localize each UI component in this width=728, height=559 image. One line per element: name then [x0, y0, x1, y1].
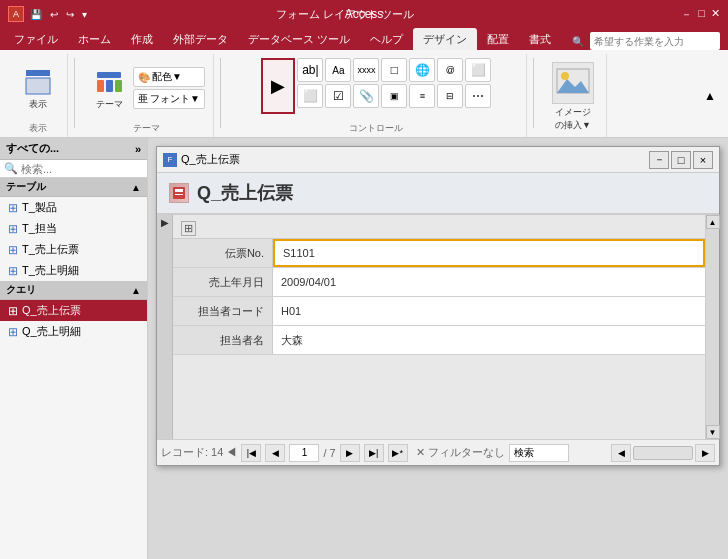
svg-rect-4: [97, 80, 104, 92]
fonts-icon: 亜: [138, 92, 148, 106]
tab-file[interactable]: ファイル: [4, 28, 68, 50]
tab-design[interactable]: デザイン: [413, 28, 477, 50]
tab-create[interactable]: 作成: [121, 28, 163, 50]
svg-rect-5: [106, 80, 113, 92]
field-value-staff-name[interactable]: 大森: [273, 326, 705, 354]
svg-rect-1: [26, 78, 50, 94]
form-window: F Q_売上伝票 － □ × Q_売上伝票: [156, 146, 720, 466]
view-btn[interactable]: 表示: [18, 64, 58, 113]
app-icon: A: [8, 6, 24, 22]
list-ctrl[interactable]: ≡: [409, 84, 435, 108]
field-value-staff-code[interactable]: H01: [273, 297, 705, 325]
theme-btn[interactable]: テーマ: [89, 64, 129, 113]
nav-item-t-sales[interactable]: ⊞ T_売上伝票: [0, 239, 147, 260]
combo-ctrl[interactable]: ⊟: [437, 84, 463, 108]
image-btn[interactable]: イメージの挿入▼: [548, 58, 598, 136]
search-status-box: 検索: [509, 444, 569, 462]
quicksave-btn[interactable]: 💾: [28, 7, 44, 22]
svg-point-9: [561, 72, 569, 80]
fonts-btn[interactable]: 亜 フォント▼: [133, 89, 205, 109]
nav-ctrl[interactable]: @: [437, 58, 463, 82]
field-value-date[interactable]: 2009/04/01: [273, 268, 705, 296]
nav-search-input[interactable]: [21, 163, 143, 175]
h-scroll-right-btn[interactable]: ▶: [695, 444, 715, 462]
redo-btn[interactable]: ↪: [64, 7, 76, 22]
btn-ctrl[interactable]: □: [381, 58, 407, 82]
title-bar: A 💾 ↩ ↪ ▾ Access フォーム レイアウト ツール － □ ✕: [0, 0, 728, 28]
theme-icon: [93, 66, 125, 98]
nav-last-btn[interactable]: ▶|: [364, 444, 384, 462]
cross-icon[interactable]: ⊞: [181, 221, 196, 236]
rect-ctrl[interactable]: ⬜: [297, 84, 323, 108]
table-icon-detail: ⊞: [8, 264, 18, 278]
nav-item-t-product[interactable]: ⊞ T_製品: [0, 197, 147, 218]
nav-header[interactable]: すべての... »: [0, 138, 147, 160]
nav-new-btn[interactable]: ▶*: [388, 444, 408, 462]
close-btn[interactable]: ✕: [711, 7, 720, 22]
form-row-marker: ▶ ⊞ 伝票No. S1101: [157, 215, 719, 439]
field-ctrl[interactable]: xxxx: [353, 58, 379, 82]
nav-section-queries[interactable]: クエリ ▲: [0, 281, 147, 300]
ribbon-expand-btn[interactable]: ▲: [704, 54, 720, 137]
form-statusbar: レコード: 14 ◀ |◀ ◀ / 7 ▶ ▶| ▶* ✕ フィルターなし 検索…: [157, 439, 719, 465]
scroll-up-btn[interactable]: ▲: [706, 215, 720, 229]
queries-collapse-icon: ▲: [131, 285, 141, 296]
undo-btn[interactable]: ↩: [48, 7, 60, 22]
nav-item-q-sales[interactable]: ⊞ Q_売上伝票: [0, 300, 147, 321]
nav-next-btn[interactable]: ▶: [340, 444, 360, 462]
svg-rect-0: [26, 70, 50, 76]
table-icon-person: ⊞: [8, 222, 18, 236]
nav-prev-btn[interactable]: ◀: [265, 444, 285, 462]
tab-external[interactable]: 外部データ: [163, 28, 238, 50]
nav-first-btn[interactable]: |◀: [241, 444, 261, 462]
tab-format[interactable]: 書式: [519, 28, 561, 50]
main-area: すべての... » 🔍 テーブル ▲ ⊞ T_製品 ⊞ T_担当 ⊞ T_売上伝…: [0, 138, 728, 559]
sep3: [533, 58, 534, 128]
h-scrollbar[interactable]: [633, 446, 693, 460]
nav-item-q-detail[interactable]: ⊞ Q_売上明細: [0, 321, 147, 342]
field-value-invoice[interactable]: S1101: [273, 239, 705, 267]
table-icon-sales: ⊞: [8, 243, 18, 257]
colors-icon: 🎨: [138, 72, 150, 83]
customize-btn[interactable]: ▾: [80, 7, 89, 22]
field-cross-row: ⊞: [173, 219, 705, 239]
nav-search-icon: 🔍: [4, 162, 18, 175]
tab-help[interactable]: ヘルプ: [360, 28, 413, 50]
h-scroll-left-btn[interactable]: ◀: [611, 444, 631, 462]
field-label-invoice: 伝票No.: [173, 239, 273, 267]
tab-arrange[interactable]: 配置: [477, 28, 519, 50]
tab-db-tools[interactable]: データベース ツール: [238, 28, 360, 50]
more-ctrl[interactable]: ⋯: [465, 84, 491, 108]
theme-group-content: テーマ 🎨 配色▼ 亜 フォント▼: [89, 54, 205, 122]
link-ctrl[interactable]: 🌐: [409, 58, 435, 82]
form-close-btn[interactable]: ×: [693, 151, 713, 169]
cursor-btn[interactable]: ▶: [261, 58, 295, 114]
nav-item-t-detail[interactable]: ⊞ T_売上明細: [0, 260, 147, 281]
attach-ctrl[interactable]: 📎: [353, 84, 379, 108]
colors-btn[interactable]: 🎨 配色▼: [133, 67, 205, 87]
field-row-invoice: 伝票No. S1101: [173, 239, 705, 268]
table-icon-product: ⊞: [8, 201, 18, 215]
fonts-label: フォント▼: [150, 92, 200, 106]
form-minimize-btn[interactable]: －: [649, 151, 669, 169]
query-icon-sales: ⊞: [8, 304, 18, 318]
record-number-input[interactable]: [289, 444, 319, 462]
form-restore-btn[interactable]: □: [671, 151, 691, 169]
chart-ctrl[interactable]: ⬜: [465, 58, 491, 82]
nav-item-t-person[interactable]: ⊞ T_担当: [0, 218, 147, 239]
theme-label: テーマ: [96, 98, 123, 111]
check-ctrl[interactable]: ☑: [325, 84, 351, 108]
maximize-btn[interactable]: □: [698, 7, 705, 22]
tab-ctrl[interactable]: ▣: [381, 84, 407, 108]
label-ctrl[interactable]: Aa: [325, 58, 351, 82]
minimize-btn[interactable]: －: [681, 7, 692, 22]
ribbon-search-input[interactable]: [590, 32, 720, 50]
nav-section-tables[interactable]: テーブル ▲: [0, 178, 147, 197]
tab-home[interactable]: ホーム: [68, 28, 121, 50]
ribbon-tabs: ファイル ホーム 作成 外部データ データベース ツール ヘルプ デザイン 配置…: [0, 28, 728, 50]
scroll-down-btn[interactable]: ▼: [706, 425, 720, 439]
svg-rect-12: [175, 194, 183, 195]
ribbon-group-view: 表示 表示: [8, 54, 68, 137]
queries-label: クエリ: [6, 283, 36, 297]
textbox-ctrl[interactable]: ab|: [297, 58, 323, 82]
